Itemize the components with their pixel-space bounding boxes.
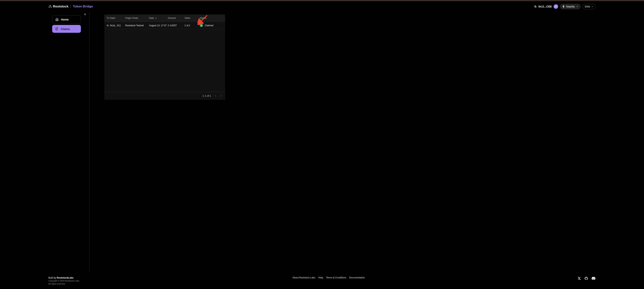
- built-brand: RootstockLabs: [57, 277, 74, 279]
- network-selector[interactable]: Sepolia: [560, 4, 581, 9]
- svg-point-0: [50, 5, 51, 6]
- app-header: Rootstock | Token Bridge 0x11...CEE Sepo…: [0, 1, 644, 12]
- logo-divider: |: [70, 5, 71, 8]
- app-name: Token Bridge: [73, 5, 93, 8]
- column-header-status[interactable]: Status: [200, 17, 223, 19]
- cell-amount: 2 rUSDT: [168, 24, 184, 27]
- network-name: Sepolia: [566, 5, 575, 8]
- chevron-left-icon: [214, 95, 216, 97]
- column-header-origin[interactable]: Origin Chain: [125, 17, 149, 19]
- home-icon: [55, 18, 59, 21]
- copy-icon[interactable]: [106, 24, 109, 27]
- copy-icon: [534, 5, 537, 8]
- svg-point-2: [51, 7, 52, 8]
- table-header-row: Tx Hash Origin Chain Date Amount Votes S…: [104, 14, 225, 22]
- check-icon: [200, 24, 203, 27]
- footer-link-docs[interactable]: Documentation: [349, 276, 365, 279]
- header-right: 0x11...CEE Sepolia ENG: [534, 4, 596, 9]
- column-header-txhash[interactable]: Tx Hash: [106, 17, 125, 19]
- rootstock-logo[interactable]: Rootstock: [48, 5, 68, 8]
- cell-date: August 13, 17:37: [149, 24, 168, 27]
- x-twitter-icon[interactable]: [578, 277, 581, 280]
- cell-txhash: 0x2a...311: [106, 24, 125, 27]
- sidebar-collapse-button[interactable]: [84, 13, 86, 16]
- footer-link-help[interactable]: Help: [318, 276, 323, 279]
- column-label: Amount: [168, 17, 176, 19]
- footer: Built by RootstockLabs Copyright © 2024 …: [0, 272, 644, 289]
- language-selector[interactable]: ENG: [582, 4, 596, 9]
- column-label: Status: [200, 17, 206, 19]
- footer-social: [578, 276, 596, 281]
- discord-icon[interactable]: [592, 276, 596, 281]
- footer-link-terms[interactable]: Terms & Conditions: [326, 276, 346, 279]
- cell-votes: 1 of 1: [184, 24, 200, 27]
- sort-down-icon: [155, 17, 157, 19]
- wallet-address-text: 0x11...CEE: [538, 5, 552, 8]
- column-header-votes[interactable]: Votes: [184, 17, 200, 19]
- content-area: Tx Hash Origin Chain Date Amount Votes S…: [90, 12, 596, 272]
- cell-origin: Rootstock Testnet: [125, 24, 149, 27]
- table-row[interactable]: 0x2a...311 Rootstock Testnet August 13, …: [104, 22, 225, 29]
- chevron-right-icon: [220, 95, 222, 97]
- table-body: 0x2a...311 Rootstock Testnet August 13, …: [104, 22, 225, 92]
- copyright-line: Copyright © 2024 Rootstock Labs.: [48, 280, 80, 282]
- main-area: Home Claims Tx Hash Origin Chain Date Am…: [0, 12, 644, 272]
- column-label: Origin Chain: [125, 17, 138, 19]
- language-label: ENG: [585, 5, 590, 8]
- paginator: 1–1 of 1: [104, 92, 225, 100]
- cell-text: 0x2a...311: [110, 24, 121, 27]
- logo-area: Rootstock | Token Bridge: [48, 5, 93, 8]
- column-label: Date: [149, 17, 154, 19]
- chevron-down-icon: [591, 5, 593, 7]
- sidebar-item-label: Home: [61, 18, 69, 21]
- wallet-address-chip[interactable]: 0x11...CEE: [534, 4, 558, 9]
- pagination-range: 1–1 of 1: [202, 95, 211, 97]
- sidebar: Home Claims: [48, 12, 90, 272]
- footer-credits: Built by RootstockLabs Copyright © 2024 …: [48, 276, 80, 285]
- chain-link-icon: [554, 4, 558, 9]
- built-by-line: Built by RootstockLabs: [48, 276, 80, 280]
- column-label: Tx Hash: [106, 17, 115, 19]
- column-header-amount[interactable]: Amount: [168, 17, 184, 19]
- brand-text: Rootstock: [53, 5, 68, 8]
- ethereum-icon: [562, 5, 564, 8]
- claims-table: Tx Hash Origin Chain Date Amount Votes S…: [104, 14, 225, 100]
- footer-links: About Rootstock Labs Help Terms & Condit…: [292, 276, 365, 279]
- column-header-date[interactable]: Date: [149, 17, 168, 19]
- column-label: Votes: [184, 17, 190, 19]
- status-text: Claimed: [205, 24, 213, 27]
- sidebar-item-claims[interactable]: Claims: [52, 25, 81, 33]
- collapse-icon: [84, 13, 86, 16]
- sidebar-item-label: Claims: [61, 27, 70, 30]
- built-prefix: Built by: [48, 277, 57, 279]
- next-page-button[interactable]: [220, 95, 222, 97]
- github-icon[interactable]: [584, 277, 588, 280]
- rootstock-icon: [48, 5, 52, 8]
- sidebar-item-home[interactable]: Home: [52, 15, 81, 23]
- svg-point-1: [49, 7, 50, 8]
- prev-page-button[interactable]: [214, 95, 216, 97]
- footer-link-about[interactable]: About Rootstock Labs: [292, 276, 315, 279]
- claims-icon: [55, 27, 58, 30]
- rights-line: All rights reserved.: [48, 283, 80, 285]
- svg-point-3: [50, 6, 50, 7]
- chevron-down-icon: [576, 5, 578, 7]
- cell-status: Claimed: [200, 24, 223, 27]
